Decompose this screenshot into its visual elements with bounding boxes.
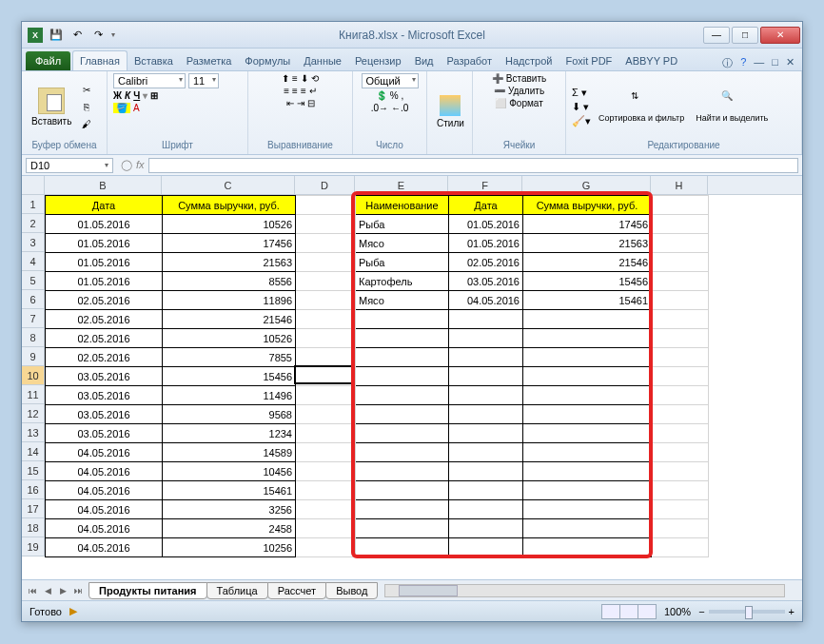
- format-painter-icon[interactable]: 🖌: [79, 116, 94, 131]
- spreadsheet-grid[interactable]: 12345678910111213141516171819 BCDEFGH Да…: [22, 176, 802, 579]
- sheet-tab-2[interactable]: Рассчет: [267, 582, 327, 599]
- column-header-H[interactable]: H: [651, 176, 708, 194]
- row-header-18[interactable]: 18: [22, 518, 44, 537]
- border-button[interactable]: ⊞: [150, 90, 158, 101]
- cell-G12[interactable]: [523, 405, 652, 424]
- cell-B14[interactable]: 04.05.2016: [46, 443, 163, 462]
- cell-E11[interactable]: [356, 386, 449, 405]
- cell-F13[interactable]: [449, 424, 523, 443]
- cell-F11[interactable]: [449, 386, 523, 405]
- cell-D3[interactable]: [296, 234, 356, 253]
- cell-C11[interactable]: 11496: [163, 386, 296, 405]
- cell-G11[interactable]: [523, 386, 652, 405]
- cell-D13[interactable]: [296, 424, 356, 443]
- cell-C4[interactable]: 21563: [163, 253, 296, 272]
- cell-G1[interactable]: Сумма выручки, руб.: [523, 196, 652, 215]
- cell-F15[interactable]: [449, 462, 523, 481]
- cell-E15[interactable]: [356, 462, 449, 481]
- row-header-4[interactable]: 4: [22, 252, 44, 271]
- zoom-level[interactable]: 100%: [664, 606, 691, 617]
- tab-formulas[interactable]: Формулы: [238, 51, 297, 70]
- cell-B1[interactable]: Дата: [46, 196, 163, 215]
- cell-B13[interactable]: 03.05.2016: [46, 424, 163, 443]
- cell-E5[interactable]: Картофель: [356, 272, 449, 291]
- cell-F5[interactable]: 03.05.2016: [449, 272, 523, 291]
- increase-indent-icon[interactable]: ⇥: [297, 98, 304, 108]
- tab-developer[interactable]: Разработ: [441, 51, 499, 70]
- cell-E19[interactable]: [356, 538, 449, 557]
- sheet-nav-first[interactable]: ⏮: [26, 586, 39, 595]
- cell-B17[interactable]: 04.05.2016: [46, 500, 163, 519]
- sheet-tab-3[interactable]: Вывод: [325, 582, 378, 599]
- name-box[interactable]: D10 ▾: [26, 158, 113, 173]
- cell-F3[interactable]: 01.05.2016: [449, 234, 523, 253]
- cut-icon[interactable]: ✂: [79, 82, 94, 97]
- sheet-nav-last[interactable]: ⏭: [71, 586, 85, 595]
- align-right-icon[interactable]: ≡: [301, 86, 306, 96]
- underline-button[interactable]: Ч: [133, 90, 140, 101]
- cell-H18[interactable]: [652, 519, 709, 538]
- cell-H6[interactable]: [652, 291, 709, 310]
- cell-E7[interactable]: [356, 310, 449, 329]
- cell-G10[interactable]: [523, 367, 652, 386]
- cell-D17[interactable]: [296, 500, 356, 519]
- cell-G5[interactable]: 15456: [523, 272, 652, 291]
- styles-button[interactable]: Стили: [433, 93, 468, 130]
- cell-B16[interactable]: 04.05.2016: [46, 481, 163, 500]
- cell-G8[interactable]: [523, 329, 652, 348]
- cell-H5[interactable]: [652, 272, 709, 291]
- cell-B4[interactable]: 01.05.2016: [46, 253, 163, 272]
- cell-B11[interactable]: 03.05.2016: [46, 386, 163, 405]
- row-header-17[interactable]: 17: [22, 499, 44, 518]
- cell-G17[interactable]: [523, 500, 652, 519]
- tab-review[interactable]: Рецензир: [348, 51, 408, 70]
- cell-E8[interactable]: [356, 329, 449, 348]
- cell-B9[interactable]: 02.05.2016: [46, 348, 163, 367]
- redo-icon[interactable]: ↷: [90, 28, 106, 43]
- formula-input[interactable]: [148, 158, 798, 173]
- cell-E13[interactable]: [356, 424, 449, 443]
- row-header-3[interactable]: 3: [22, 233, 44, 252]
- cell-E3[interactable]: Мясо: [356, 234, 449, 253]
- cell-G19[interactable]: [523, 538, 652, 557]
- tab-insert[interactable]: Вставка: [128, 51, 180, 70]
- number-format-combo[interactable]: Общий: [362, 73, 419, 88]
- file-tab[interactable]: Файл: [26, 51, 70, 70]
- namebox-dropdown-icon[interactable]: ▾: [105, 161, 108, 169]
- paste-button[interactable]: Вставить: [28, 86, 75, 128]
- decrease-decimal-icon[interactable]: ←.0: [391, 103, 408, 113]
- tab-abbyy[interactable]: ABBYY PD: [618, 51, 684, 70]
- cell-D6[interactable]: [296, 291, 356, 310]
- cell-C10[interactable]: 15456: [163, 367, 296, 386]
- cell-B5[interactable]: 01.05.2016: [46, 272, 163, 291]
- cell-F6[interactable]: 04.05.2016: [449, 291, 523, 310]
- cell-G4[interactable]: 21546: [523, 253, 652, 272]
- copy-icon[interactable]: ⎘: [79, 99, 94, 114]
- cell-C2[interactable]: 10526: [163, 215, 296, 234]
- cell-F18[interactable]: [449, 519, 523, 538]
- cell-F17[interactable]: [449, 500, 523, 519]
- merge-icon[interactable]: ⊟: [307, 98, 315, 108]
- cell-F2[interactable]: 01.05.2016: [449, 215, 523, 234]
- cell-G6[interactable]: 15461: [523, 291, 652, 310]
- row-header-11[interactable]: 11: [22, 385, 44, 404]
- circle-icon[interactable]: ◯: [121, 159, 132, 171]
- cell-H14[interactable]: [652, 443, 709, 462]
- insert-cells-button[interactable]: ➕Вставить: [492, 73, 546, 84]
- fx-icon[interactable]: fx: [136, 159, 145, 171]
- cell-F14[interactable]: [449, 443, 523, 462]
- select-all-corner[interactable]: [22, 176, 45, 195]
- doc-restore-icon[interactable]: □: [772, 56, 778, 70]
- cell-G14[interactable]: [523, 443, 652, 462]
- cell-C17[interactable]: 3256: [163, 500, 296, 519]
- cell-B12[interactable]: 03.05.2016: [46, 405, 163, 424]
- cell-H8[interactable]: [652, 329, 709, 348]
- cell-H2[interactable]: [652, 215, 709, 234]
- row-header-8[interactable]: 8: [22, 328, 44, 347]
- font-name-combo[interactable]: Calibri: [113, 73, 186, 88]
- cell-C3[interactable]: 17456: [163, 234, 296, 253]
- doc-close-icon[interactable]: ✕: [786, 56, 795, 70]
- cell-D11[interactable]: [296, 386, 356, 405]
- cell-C7[interactable]: 21546: [163, 310, 296, 329]
- delete-cells-button[interactable]: ➖Удалить: [494, 86, 544, 96]
